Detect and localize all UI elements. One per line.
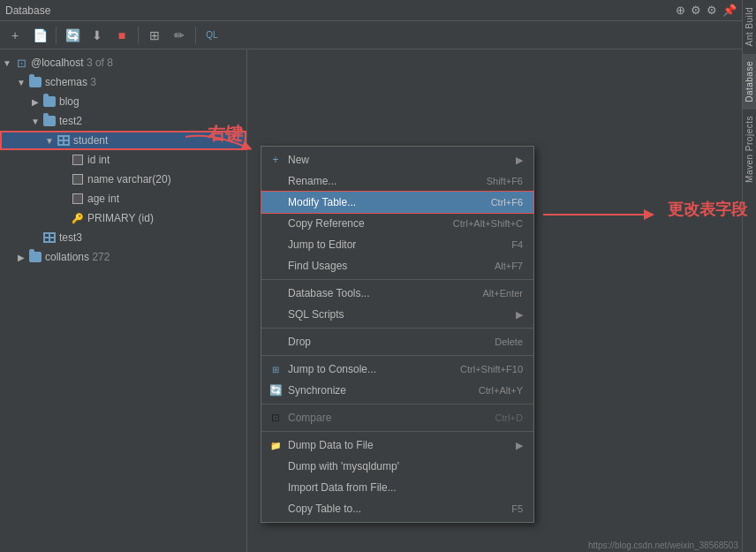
dump-icon: 📁: [268, 438, 283, 452]
id-label: id int: [87, 154, 110, 166]
folder-collations-icon: [28, 250, 42, 264]
collations-arrow: ▶: [14, 253, 28, 262]
tree-id[interactable]: ▶ id int: [0, 150, 246, 170]
toolbar: + 📄 🔄 ⬇ ■ ⊞ ✏ QL: [0, 21, 742, 49]
server-icon: ⊡: [14, 56, 28, 70]
col-id-icon: [71, 153, 85, 167]
ctx-jump-console[interactable]: ⊞ Jump to Console... Ctrl+Shift+F10: [261, 359, 533, 380]
ctx-jump-editor-shortcut: F4: [511, 239, 523, 250]
ctx-jump-console-label: Jump to Console...: [288, 363, 442, 375]
tree-name[interactable]: ▶ name varchar(20): [0, 170, 246, 189]
toolbar-sep-3: [195, 26, 196, 44]
gear-icon[interactable]: ⚙: [691, 4, 701, 17]
ctx-new-arrow: ▶: [516, 155, 523, 166]
ctx-new[interactable]: + New ▶: [261, 149, 533, 170]
ctx-sep-3: [261, 355, 533, 356]
ctx-rename[interactable]: Rename... Shift+F6: [261, 170, 533, 192]
ctx-sep-4: [261, 404, 533, 405]
ctx-drop-shortcut: Delete: [495, 336, 523, 347]
ctx-copy-ref-label: Copy Reference: [288, 217, 435, 230]
name-label: name varchar(20): [87, 173, 171, 185]
ctx-compare[interactable]: ⊡ Compare Ctrl+D: [261, 407, 533, 428]
test2-label: test2: [59, 115, 82, 127]
folder-schemas-icon: [28, 75, 42, 89]
tree-age[interactable]: ▶ age int: [0, 189, 246, 208]
tree-primary[interactable]: ▶ 🔑 PRIMARY (id): [0, 208, 246, 228]
console-icon: ⊞: [268, 362, 283, 376]
tab-maven[interactable]: Maven Projects: [743, 109, 756, 190]
toolbar-sep-1: [56, 26, 57, 44]
ctx-drop-label: Drop: [288, 336, 477, 348]
folder-blog-icon: [42, 95, 57, 109]
ctx-new-label: New: [288, 154, 516, 166]
ctx-copy-table-shortcut: F5: [511, 503, 523, 514]
ctx-jump-editor[interactable]: Jump to Editor F4: [261, 234, 533, 255]
tab-database[interactable]: Database: [743, 54, 756, 110]
new-icon: +: [268, 153, 283, 167]
grid-button[interactable]: ⊞: [143, 24, 166, 47]
col-name-icon: [71, 172, 85, 186]
tree-collations[interactable]: ▶ collations 272: [0, 247, 246, 267]
panel-title: Database: [5, 4, 50, 17]
edit-button[interactable]: ✏: [168, 24, 191, 47]
ctx-copy-ref-shortcut: Ctrl+Alt+Shift+C: [453, 218, 523, 229]
ctx-db-tools-shortcut: Alt+Enter: [482, 288, 523, 299]
toolbar-sep-2: [138, 26, 139, 44]
sync-icon: 🔄: [268, 383, 283, 397]
tree-root[interactable]: ▼ ⊡ @localhost 3 of 8: [0, 53, 246, 72]
ctx-db-tools-label: Database Tools...: [288, 287, 465, 299]
add-button[interactable]: +: [4, 24, 26, 47]
ctx-sync[interactable]: 🔄 Synchronize Ctrl+Alt+Y: [261, 380, 533, 401]
context-menu: + New ▶ Rename... Shift+F6 Modify Table.…: [261, 146, 534, 523]
ctx-import[interactable]: Import Data from File...: [261, 477, 533, 498]
ctx-compare-label: Compare: [288, 412, 478, 424]
tree-blog[interactable]: ▶ blog: [0, 92, 246, 111]
pin-icon[interactable]: 📌: [722, 4, 737, 17]
ctx-copy-ref[interactable]: Copy Reference Ctrl+Alt+Shift+C: [261, 213, 533, 234]
tab-ant-build[interactable]: Ant Build: [743, 0, 756, 54]
table-test3-icon: [42, 231, 57, 245]
key-icon: 🔑: [71, 211, 85, 225]
ctx-modify-label: Modify Table...: [288, 196, 473, 208]
root-label: @localhost 3 of 8: [31, 57, 113, 69]
ctx-import-label: Import Data from File...: [288, 481, 523, 494]
ctx-db-tools[interactable]: Database Tools... Alt+Enter: [261, 283, 533, 304]
ctx-sep-2: [261, 328, 533, 329]
ctx-jump-editor-label: Jump to Editor: [288, 238, 494, 251]
ctx-sql-arrow: ▶: [516, 309, 523, 321]
ctx-sep-1: [261, 279, 533, 280]
ctx-rename-shortcut: Shift+F6: [487, 176, 523, 186]
student-label: student: [73, 134, 108, 147]
ctx-copy-table-label: Copy Table to...: [288, 503, 494, 515]
settings2-icon[interactable]: ⚙: [707, 4, 717, 17]
tree-test3[interactable]: ▶ test3: [0, 228, 246, 247]
ctx-dump-label: Dump Data to File: [288, 439, 516, 451]
ctx-sync-label: Synchronize: [288, 384, 461, 397]
refresh-button[interactable]: 🔄: [61, 24, 84, 47]
ctx-jump-console-shortcut: Ctrl+Shift+F10: [460, 364, 523, 374]
blog-label: blog: [59, 95, 79, 108]
stop-button[interactable]: ■: [110, 24, 133, 47]
file-button[interactable]: 📄: [28, 24, 51, 47]
ctx-find-usages[interactable]: Find Usages Alt+F7: [261, 255, 533, 276]
right-tabs: Ant Build Database Maven Projects: [742, 0, 756, 552]
ctx-drop[interactable]: Drop Delete: [261, 331, 533, 352]
sql-button[interactable]: QL: [200, 24, 223, 47]
download-button[interactable]: ⬇: [86, 24, 109, 47]
ctx-dump-arrow: ▶: [516, 440, 523, 451]
tree-schemas[interactable]: ▼ schemas 3: [0, 72, 246, 92]
test3-label: test3: [59, 231, 82, 244]
root-arrow: ▼: [0, 58, 14, 68]
ctx-mysqldump[interactable]: Dump with 'mysqldump': [261, 456, 533, 477]
ctx-modify-table[interactable]: Modify Table... Ctrl+F6: [261, 192, 533, 213]
ctx-copy-table[interactable]: Copy Table to... F5: [261, 498, 533, 519]
add-icon[interactable]: ⊕: [676, 4, 685, 17]
annotation-gengai: 更改表字段: [668, 199, 747, 220]
table-student-icon: [57, 133, 71, 147]
annotation-youjian: 右键: [208, 122, 243, 146]
title-bar: Database ⊕ ⚙ ⚙ 📌: [0, 0, 742, 21]
ctx-dump[interactable]: 📁 Dump Data to File ▶: [261, 435, 533, 456]
ctx-sql-scripts[interactable]: SQL Scripts ▶: [261, 304, 533, 325]
primary-label: PRIMARY (id): [87, 212, 154, 224]
title-bar-actions: ⊕ ⚙ ⚙ 📌: [676, 4, 737, 17]
